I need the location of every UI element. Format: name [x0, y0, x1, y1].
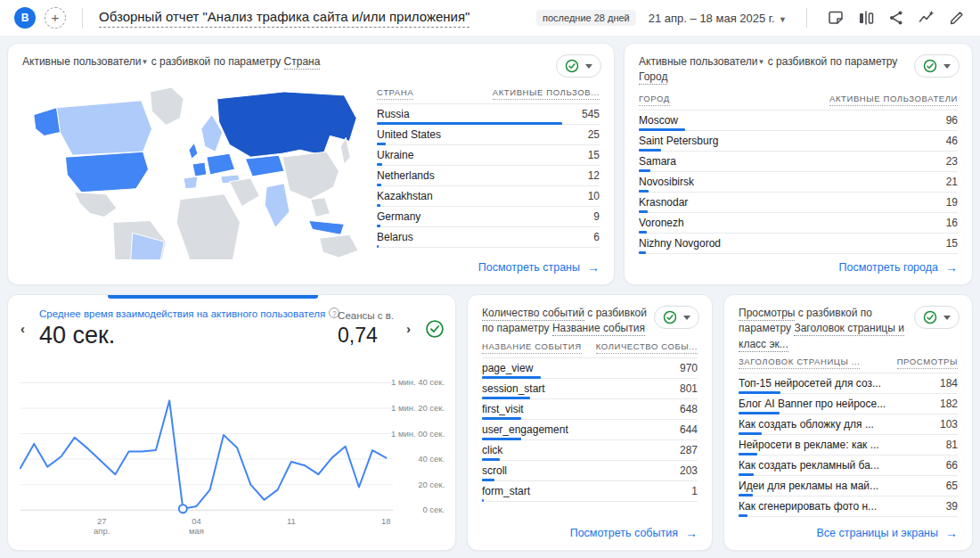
row-value: 16: [946, 217, 958, 229]
comparison-icon[interactable]: [857, 9, 875, 27]
table-row[interactable]: Russia545: [377, 104, 600, 125]
row-label: Топ-15 нейросетей для соз...: [739, 377, 888, 390]
view-events-link[interactable]: Посмотреть события→: [570, 526, 698, 540]
row-value: 103: [940, 418, 958, 431]
report-title[interactable]: Обзорный отчет "Анализ трафика сайта и/и…: [99, 9, 470, 28]
world-geo-map[interactable]: [19, 83, 364, 259]
metric-engaged-sessions[interactable]: Сеансы с в. 0,74: [338, 310, 394, 348]
view-countries-link[interactable]: Посмотреть страны→: [478, 260, 600, 275]
engagement-line-chart[interactable]: 1 мин. 40 сек.1 мин. 20 сек.1 мин. 00 се…: [13, 366, 450, 545]
row-label: United States: [377, 128, 448, 141]
table-row[interactable]: Топ-15 нейросетей для соз...184: [739, 373, 958, 394]
table-row[interactable]: Идеи для рекламы на май...65: [739, 476, 958, 496]
svg-text:1 мин. 00 сек.: 1 мин. 00 сек.: [391, 428, 445, 438]
table-row[interactable]: Novosibirsk21: [639, 172, 958, 193]
table-row[interactable]: Belarus6: [377, 227, 600, 248]
table-row[interactable]: Saint Petersburg46: [639, 131, 958, 152]
column-header[interactable]: КОЛИЧЕСТВО СОБЫ...: [596, 341, 698, 354]
row-value: 801: [680, 382, 698, 395]
table-row[interactable]: session_start801: [482, 379, 698, 399]
row-value: 644: [680, 423, 698, 436]
card-views-by-page-title: Просмотры с разбивкой по параметру Загол…: [723, 294, 973, 551]
column-header[interactable]: СТРАНА: [377, 87, 413, 100]
row-value: 96: [946, 114, 958, 127]
svg-text:1 мин. 40 сек.: 1 мин. 40 сек.: [391, 377, 445, 387]
row-value: 182: [940, 398, 958, 410]
table-row[interactable]: Ukraine15: [377, 145, 600, 166]
date-range-selector[interactable]: 21 апр. – 18 мая 2025 г. ▼: [649, 12, 787, 25]
table-row[interactable]: Germany9: [377, 207, 600, 227]
column-header[interactable]: АКТИВНЫЕ ПОЛЬЗОВ...: [493, 87, 600, 100]
metric-value: 40 сек.: [39, 322, 331, 349]
table-row[interactable]: Как создать рекламный ба...66: [739, 455, 958, 476]
table-row[interactable]: first_visit648: [482, 399, 698, 420]
dimension-selector[interactable]: Название события: [552, 322, 645, 336]
row-label: Nizhny Novgorod: [639, 237, 728, 250]
data-quality-dropdown[interactable]: [914, 54, 960, 78]
chevron-down-icon: [943, 64, 951, 69]
map-mexico: [74, 193, 117, 217]
row-value-bar: [639, 251, 646, 254]
metric-selector[interactable]: Количество событий: [482, 307, 584, 321]
map-china: [282, 152, 339, 199]
metric-selector[interactable]: Просмотры: [739, 307, 795, 321]
table-row[interactable]: Krasnodar19: [639, 193, 958, 213]
metric-selector[interactable]: Активные пользователи▼: [639, 55, 764, 68]
table-row[interactable]: Блог AI Banner про нейросе...182: [739, 394, 958, 414]
carousel-next-button[interactable]: ›: [403, 317, 414, 340]
view-cities-link[interactable]: Посмотреть города→: [839, 260, 959, 275]
metric-avg-engagement[interactable]: Среднее время взаимодействия на активног…: [39, 308, 331, 349]
row-value: 970: [680, 362, 698, 374]
table-row[interactable]: Moscow96: [639, 111, 958, 131]
table-row[interactable]: Как создать обложку для ...103: [739, 414, 958, 435]
table-row[interactable]: Нейросети в рекламе: как ...81: [739, 435, 958, 455]
data-quality-dropdown[interactable]: [654, 306, 699, 329]
divider: [806, 8, 807, 28]
row-label: user_engagement: [482, 423, 576, 436]
dimension-selector[interactable]: Страна: [284, 55, 321, 70]
table-row[interactable]: Kazakhstan10: [377, 186, 600, 207]
column-header[interactable]: НАЗВАНИЕ СОБЫТИЯ: [482, 341, 582, 354]
row-label: Как сгенерировать фото н...: [739, 500, 884, 513]
table-row[interactable]: form_start1: [482, 481, 698, 502]
map-middle-east: [230, 178, 260, 207]
card-title: Активные пользователи▼ с разбивкой по па…: [639, 54, 914, 86]
column-header[interactable]: ГОРОД: [639, 94, 670, 106]
row-value: 15: [588, 149, 600, 161]
add-button[interactable]: +: [45, 7, 66, 29]
feedback-note-icon[interactable]: [827, 9, 845, 27]
check-circle-icon: [923, 310, 937, 324]
share-icon[interactable]: [887, 9, 905, 27]
table-row[interactable]: Voronezh16: [639, 213, 958, 234]
table-row[interactable]: scroll203: [482, 461, 698, 481]
svg-text:1 мин. 20 сек.: 1 мин. 20 сек.: [391, 403, 445, 413]
data-quality-dropdown[interactable]: [556, 54, 601, 78]
data-quality-dropdown[interactable]: [914, 306, 960, 329]
map-greenland: [150, 87, 184, 126]
table-row[interactable]: United States25: [377, 125, 600, 145]
column-header[interactable]: ЗАГОЛОВОК СТРАНИЦЫ ...: [739, 357, 860, 369]
table-row[interactable]: Netherlands12: [377, 166, 600, 186]
table-row[interactable]: Nizhny Novgorod15: [639, 234, 958, 254]
row-value: 9: [593, 210, 600, 223]
dimension-selector[interactable]: Город: [639, 70, 667, 85]
table-row[interactable]: Как сгенерировать фото н...39: [739, 496, 958, 517]
row-value: 10: [588, 190, 600, 202]
table-row[interactable]: user_engagement644: [482, 420, 698, 440]
insights-icon[interactable]: [918, 9, 935, 27]
map-australia: [320, 234, 359, 258]
view-pages-link[interactable]: Все страницы и экраны→: [817, 526, 959, 540]
data-quality-indicator[interactable]: [425, 319, 445, 339]
account-avatar[interactable]: B: [14, 7, 36, 29]
active-tab-indicator: [108, 295, 318, 299]
check-circle-icon: [425, 319, 445, 339]
table-row[interactable]: click287: [482, 440, 698, 461]
column-header[interactable]: АКТИВНЫЕ ПОЛЬЗОВАТЕЛИ: [829, 94, 958, 106]
table-row[interactable]: Samara23: [639, 152, 958, 172]
edit-pencil-icon[interactable]: [948, 9, 966, 27]
table-row[interactable]: page_view970: [482, 358, 698, 379]
svg-text:40 сек.: 40 сек.: [418, 454, 445, 464]
metric-selector[interactable]: Активные пользователи▼: [22, 55, 148, 68]
column-header[interactable]: ПРОСМОТРЫ: [897, 357, 958, 369]
carousel-prev-button[interactable]: ‹: [17, 317, 29, 340]
